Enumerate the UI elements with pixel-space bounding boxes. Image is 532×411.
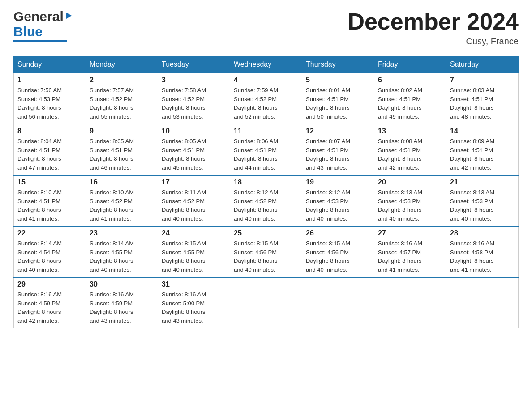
table-row: 28 Sunrise: 8:16 AMSunset: 4:58 PMDaylig… — [446, 226, 519, 277]
day-info: Sunrise: 8:15 AMSunset: 4:56 PMDaylight:… — [306, 240, 350, 273]
table-row: 31 Sunrise: 8:16 AMSunset: 5:00 PMDaylig… — [158, 277, 230, 328]
logo: General Blue — [13, 9, 73, 42]
header-row: Sunday Monday Tuesday Wednesday Thursday… — [14, 56, 519, 73]
table-row: 19 Sunrise: 8:12 AMSunset: 4:53 PMDaylig… — [302, 175, 374, 226]
table-row: 22 Sunrise: 8:14 AMSunset: 4:54 PMDaylig… — [14, 226, 86, 277]
day-info: Sunrise: 8:16 AMSunset: 4:58 PMDaylight:… — [450, 240, 494, 273]
day-info: Sunrise: 8:12 AMSunset: 4:52 PMDaylight:… — [234, 189, 278, 222]
day-number: 3 — [162, 76, 226, 84]
week-row-1: 1 Sunrise: 7:56 AMSunset: 4:53 PMDayligh… — [14, 73, 519, 124]
day-number: 21 — [450, 178, 515, 186]
table-row: 23 Sunrise: 8:14 AMSunset: 4:55 PMDaylig… — [86, 226, 158, 277]
table-row: 7 Sunrise: 8:03 AMSunset: 4:51 PMDayligh… — [446, 73, 519, 124]
day-number: 11 — [234, 127, 298, 135]
day-number: 14 — [450, 127, 515, 135]
day-number: 8 — [17, 127, 82, 135]
table-row — [302, 277, 374, 328]
col-monday: Monday — [86, 56, 158, 73]
day-info: Sunrise: 8:14 AMSunset: 4:55 PMDaylight:… — [90, 240, 134, 273]
table-row: 1 Sunrise: 7:56 AMSunset: 4:53 PMDayligh… — [14, 73, 86, 124]
table-row: 29 Sunrise: 8:16 AMSunset: 4:59 PMDaylig… — [14, 277, 86, 328]
day-info: Sunrise: 8:02 AMSunset: 4:51 PMDaylight:… — [378, 87, 422, 120]
logo-underline — [13, 40, 67, 42]
table-row — [374, 277, 446, 328]
title-section: December 2024 Cusy, France — [348, 9, 519, 47]
day-number: 12 — [306, 127, 370, 135]
day-number: 31 — [162, 280, 226, 288]
calendar-table: Sunday Monday Tuesday Wednesday Thursday… — [13, 56, 519, 328]
day-info: Sunrise: 8:05 AMSunset: 4:51 PMDaylight:… — [162, 138, 206, 171]
logo-general-text: General — [13, 9, 64, 24]
logo-blue-text: Blue — [13, 24, 43, 39]
day-number: 5 — [306, 76, 370, 84]
day-info: Sunrise: 8:12 AMSunset: 4:53 PMDaylight:… — [306, 189, 350, 222]
day-number: 22 — [17, 229, 82, 237]
day-number: 23 — [90, 229, 154, 237]
table-row: 13 Sunrise: 8:08 AMSunset: 4:51 PMDaylig… — [374, 124, 446, 175]
day-number: 27 — [378, 229, 442, 237]
table-row — [446, 277, 519, 328]
day-number: 6 — [378, 76, 442, 84]
col-tuesday: Tuesday — [158, 56, 230, 73]
day-info: Sunrise: 7:56 AMSunset: 4:53 PMDaylight:… — [17, 87, 62, 120]
day-info: Sunrise: 8:16 AMSunset: 4:59 PMDaylight:… — [17, 291, 62, 324]
week-row-4: 22 Sunrise: 8:14 AMSunset: 4:54 PMDaylig… — [14, 226, 519, 277]
table-row: 10 Sunrise: 8:05 AMSunset: 4:51 PMDaylig… — [158, 124, 230, 175]
table-row: 15 Sunrise: 8:10 AMSunset: 4:51 PMDaylig… — [14, 175, 86, 226]
table-row — [230, 277, 302, 328]
day-number: 28 — [450, 229, 515, 237]
table-row: 6 Sunrise: 8:02 AMSunset: 4:51 PMDayligh… — [374, 73, 446, 124]
day-info: Sunrise: 8:11 AMSunset: 4:52 PMDaylight:… — [162, 189, 206, 222]
day-number: 7 — [450, 76, 515, 84]
location: Cusy, France — [348, 36, 519, 47]
svg-marker-0 — [66, 13, 72, 19]
day-number: 29 — [17, 280, 82, 288]
day-number: 15 — [17, 178, 82, 186]
col-sunday: Sunday — [14, 56, 86, 73]
table-row: 20 Sunrise: 8:13 AMSunset: 4:53 PMDaylig… — [374, 175, 446, 226]
day-number: 10 — [162, 127, 226, 135]
day-info: Sunrise: 8:01 AMSunset: 4:51 PMDaylight:… — [306, 87, 350, 120]
week-row-2: 8 Sunrise: 8:04 AMSunset: 4:51 PMDayligh… — [14, 124, 519, 175]
table-row: 18 Sunrise: 8:12 AMSunset: 4:52 PMDaylig… — [230, 175, 302, 226]
col-saturday: Saturday — [446, 56, 519, 73]
day-info: Sunrise: 8:06 AMSunset: 4:51 PMDaylight:… — [234, 138, 278, 171]
day-info: Sunrise: 7:59 AMSunset: 4:52 PMDaylight:… — [234, 87, 278, 120]
table-row: 21 Sunrise: 8:13 AMSunset: 4:53 PMDaylig… — [446, 175, 519, 226]
col-friday: Friday — [374, 56, 446, 73]
day-number: 19 — [306, 178, 370, 186]
week-row-3: 15 Sunrise: 8:10 AMSunset: 4:51 PMDaylig… — [14, 175, 519, 226]
table-row: 27 Sunrise: 8:16 AMSunset: 4:57 PMDaylig… — [374, 226, 446, 277]
day-info: Sunrise: 8:14 AMSunset: 4:54 PMDaylight:… — [17, 240, 62, 273]
day-number: 9 — [90, 127, 154, 135]
table-row: 30 Sunrise: 8:16 AMSunset: 4:59 PMDaylig… — [86, 277, 158, 328]
day-info: Sunrise: 8:10 AMSunset: 4:51 PMDaylight:… — [17, 189, 62, 222]
day-number: 2 — [90, 76, 154, 84]
day-info: Sunrise: 8:05 AMSunset: 4:51 PMDaylight:… — [90, 138, 134, 171]
day-number: 20 — [378, 178, 442, 186]
week-row-5: 29 Sunrise: 8:16 AMSunset: 4:59 PMDaylig… — [14, 277, 519, 328]
table-row: 9 Sunrise: 8:05 AMSunset: 4:51 PMDayligh… — [86, 124, 158, 175]
day-number: 4 — [234, 76, 298, 84]
day-info: Sunrise: 8:08 AMSunset: 4:51 PMDaylight:… — [378, 138, 422, 171]
day-number: 24 — [162, 229, 226, 237]
table-row: 5 Sunrise: 8:01 AMSunset: 4:51 PMDayligh… — [302, 73, 374, 124]
day-number: 26 — [306, 229, 370, 237]
day-info: Sunrise: 8:15 AMSunset: 4:55 PMDaylight:… — [162, 240, 206, 273]
day-info: Sunrise: 8:16 AMSunset: 4:59 PMDaylight:… — [90, 291, 134, 324]
table-row: 2 Sunrise: 7:57 AMSunset: 4:52 PMDayligh… — [86, 73, 158, 124]
day-info: Sunrise: 7:58 AMSunset: 4:52 PMDaylight:… — [162, 87, 206, 120]
day-info: Sunrise: 8:04 AMSunset: 4:51 PMDaylight:… — [17, 138, 62, 171]
day-number: 1 — [17, 76, 82, 84]
table-row: 4 Sunrise: 7:59 AMSunset: 4:52 PMDayligh… — [230, 73, 302, 124]
day-info: Sunrise: 8:15 AMSunset: 4:56 PMDaylight:… — [234, 240, 278, 273]
table-row: 26 Sunrise: 8:15 AMSunset: 4:56 PMDaylig… — [302, 226, 374, 277]
day-number: 30 — [90, 280, 154, 288]
day-number: 13 — [378, 127, 442, 135]
table-row: 16 Sunrise: 8:10 AMSunset: 4:52 PMDaylig… — [86, 175, 158, 226]
table-row: 12 Sunrise: 8:07 AMSunset: 4:51 PMDaylig… — [302, 124, 374, 175]
table-row: 17 Sunrise: 8:11 AMSunset: 4:52 PMDaylig… — [158, 175, 230, 226]
day-number: 25 — [234, 229, 298, 237]
day-info: Sunrise: 8:07 AMSunset: 4:51 PMDaylight:… — [306, 138, 350, 171]
table-row: 8 Sunrise: 8:04 AMSunset: 4:51 PMDayligh… — [14, 124, 86, 175]
